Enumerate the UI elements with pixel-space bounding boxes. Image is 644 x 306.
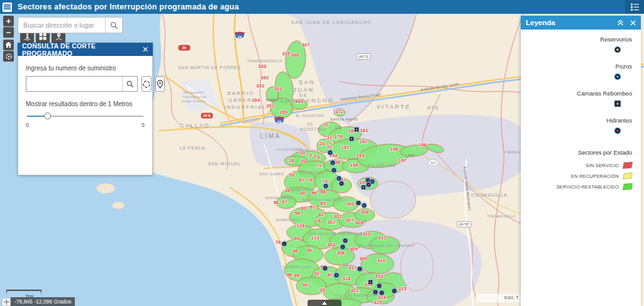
map-place-label: 172 (335, 126, 342, 129)
map-place-label: CHORRILLOS (283, 265, 311, 269)
legend-status-item: SERVICIO RESTABLECIDO (527, 183, 632, 190)
sector-label: 196 (390, 146, 398, 152)
sector-label: 301 (333, 214, 341, 219)
facility-marker[interactable] (323, 183, 329, 189)
road-shield: 20 B (201, 112, 213, 119)
sector-label: 53 (289, 172, 295, 178)
sector-label: 59 (295, 210, 301, 216)
facility-marker[interactable] (338, 180, 345, 187)
facility-marker[interactable] (340, 244, 346, 250)
home-button[interactable] (3, 40, 14, 50)
map-place-label: RIMAC (266, 98, 279, 102)
map-place-label: EL AGUSTINO (296, 114, 324, 117)
pump-station-icon (613, 99, 622, 108)
zoom-out-button[interactable]: − (3, 27, 14, 38)
sector-label: 400 (295, 99, 303, 104)
facility-marker[interactable] (357, 266, 363, 272)
map-place-label: CIENEGUILLA (471, 193, 507, 197)
pump-station-marker[interactable] (368, 280, 374, 285)
facility-marker[interactable] (355, 200, 362, 206)
double-chevron-up-icon (617, 19, 624, 26)
page-title: Sectores afectados por Interrupción prog… (18, 3, 239, 11)
sector-label: 95 (294, 273, 300, 278)
sector-label: 22 (327, 144, 333, 150)
slider-label: Mostrar resultados dentro de 1 Metros (26, 101, 145, 107)
person-location-icon (23, 33, 31, 41)
home-icon (5, 41, 12, 48)
island (96, 183, 115, 194)
sector-label: 315 (398, 286, 406, 292)
sector-label: 0 (318, 155, 320, 160)
pump-station-marker[interactable] (349, 136, 355, 142)
sector-label: 335 (282, 51, 290, 57)
sedapal-logo (3, 3, 12, 12)
facility-marker[interactable] (322, 265, 328, 271)
status-swatch-yellow (623, 173, 633, 180)
legend-section-title: Sectores por Estado (527, 149, 632, 156)
sector-label: 3 (314, 153, 316, 159)
facility-marker[interactable] (372, 289, 379, 295)
facility-marker[interactable] (391, 288, 397, 294)
svg-text:LM-711: LM-711 (358, 55, 369, 58)
sector-label: 312 (378, 235, 386, 241)
attribute-table-toggle[interactable] (308, 300, 341, 306)
supply-search-button[interactable] (122, 77, 137, 91)
locate-button[interactable] (3, 51, 14, 62)
map-place-label: Aeropuerto (184, 90, 204, 94)
status-label: SIN SERVICIO (586, 163, 619, 168)
pump-station-marker[interactable] (354, 127, 360, 133)
map-place-label: LURIGANCHO (280, 97, 334, 104)
reservoir-icon (613, 45, 622, 54)
facility-marker[interactable] (379, 290, 385, 296)
close-icon[interactable] (143, 46, 148, 52)
sector-label: 92 (314, 271, 320, 276)
supply-number-input[interactable] (26, 77, 122, 91)
facility-marker[interactable] (342, 238, 348, 244)
sector-label: 66 (321, 189, 326, 195)
slider-handle[interactable] (44, 112, 51, 119)
facility-marker[interactable] (327, 150, 333, 156)
sector-label: 62 (319, 212, 325, 217)
legend-close-button[interactable] (630, 20, 636, 26)
map-place-label: VITARTE (377, 104, 411, 110)
sector-label: 57 (282, 199, 288, 205)
search-input[interactable] (18, 18, 105, 33)
sector-label: 313 (375, 273, 383, 279)
search-submit-button[interactable] (105, 18, 122, 33)
sector-label: 337 (301, 42, 309, 48)
sector-label: 61 (310, 204, 316, 210)
coordinate-capture-button[interactable] (2, 298, 11, 306)
map-place-label: BARRIO (228, 90, 255, 96)
legend-status-item: EN RECUPERACIÓN (527, 173, 632, 179)
layer-list-button[interactable] (625, 0, 644, 14)
supply-number-label: Ingresa tu numero de suministro (26, 65, 145, 72)
legend-panel-header[interactable]: Leyenda (521, 16, 641, 30)
legend-item-label: Camaras Rebombeo (527, 90, 632, 97)
sector-label: 3 (309, 152, 312, 158)
sector-label: 325 (374, 300, 382, 305)
consulta-panel-title: CONSULTA DE CORTE PROGRAMADO (22, 42, 143, 57)
collapse-button[interactable] (617, 19, 624, 26)
facility-marker[interactable] (365, 182, 372, 188)
consulta-panel-header[interactable]: CONSULTA DE CORTE PROGRAMADO (18, 43, 153, 56)
arrow-up-icon (322, 302, 327, 305)
facility-marker[interactable] (361, 202, 367, 209)
facility-marker[interactable] (330, 160, 336, 166)
facility-marker[interactable] (281, 241, 287, 247)
map-place-label: DE (299, 93, 308, 97)
map-place-label: SAN MARTIN DE PORRES (178, 65, 241, 70)
legend-item: Reservorios (527, 36, 632, 59)
sector-label: 20 (301, 158, 306, 164)
facility-marker[interactable] (333, 272, 340, 278)
clear-selection-button[interactable] (142, 76, 152, 92)
pin-network-icon (55, 33, 63, 41)
facility-marker[interactable] (331, 167, 337, 173)
search-icon (110, 21, 118, 30)
facility-marker[interactable] (376, 283, 382, 289)
zoom-in-button[interactable]: + (3, 16, 14, 26)
grid-icon (39, 33, 47, 40)
slider-min-label: 0 (26, 122, 29, 128)
sector-label: 90 (307, 248, 313, 253)
sector-label: 77 (323, 123, 329, 128)
locate-on-map-button[interactable] (155, 76, 165, 92)
